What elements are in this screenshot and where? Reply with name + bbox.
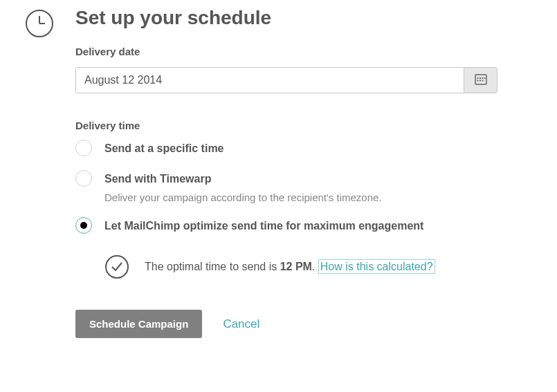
svg-point-11 bbox=[106, 256, 128, 278]
radio-icon bbox=[75, 140, 92, 156]
clock-icon bbox=[24, 8, 55, 39]
radio-icon bbox=[75, 170, 92, 187]
svg-rect-3 bbox=[475, 75, 486, 84]
radio-description: Deliver your campaign according to the r… bbox=[104, 192, 382, 203]
how-calculated-link[interactable]: How is this calculated? bbox=[318, 259, 435, 274]
radio-label: Send at a specific time bbox=[104, 141, 224, 156]
check-icon bbox=[104, 254, 129, 279]
calendar-icon bbox=[475, 73, 487, 88]
radio-label: Send with Timewarp bbox=[104, 171, 382, 187]
svg-rect-5 bbox=[480, 77, 481, 79]
calendar-button[interactable] bbox=[464, 68, 497, 93]
svg-rect-10 bbox=[484, 77, 486, 79]
svg-rect-7 bbox=[477, 80, 478, 81]
delivery-date-field[interactable] bbox=[75, 67, 497, 93]
optimal-time-text: The optimal time to send is 12 PM. How i… bbox=[145, 261, 435, 273]
radio-option-specific-time[interactable]: Send at a specific time bbox=[75, 141, 522, 156]
radio-option-timewarp[interactable]: Send with Timewarp Deliver your campaign… bbox=[75, 171, 522, 203]
delivery-date-label: Delivery date bbox=[75, 46, 522, 57]
radio-label: Let MailChimp optimize send time for max… bbox=[104, 218, 423, 234]
radio-option-optimize[interactable]: Let MailChimp optimize send time for max… bbox=[75, 218, 522, 234]
radio-icon bbox=[75, 217, 92, 234]
delivery-time-label: Delivery time bbox=[75, 120, 522, 131]
cancel-link[interactable]: Cancel bbox=[223, 317, 259, 331]
svg-rect-8 bbox=[480, 80, 481, 81]
optimal-time-info: The optimal time to send is 12 PM. How i… bbox=[104, 254, 522, 279]
page-title: Set up your schedule bbox=[75, 7, 522, 29]
svg-rect-6 bbox=[482, 77, 483, 79]
delivery-date-input[interactable] bbox=[76, 68, 464, 93]
svg-rect-9 bbox=[482, 80, 483, 81]
svg-rect-4 bbox=[477, 77, 478, 79]
schedule-campaign-button[interactable]: Schedule Campaign bbox=[75, 310, 202, 338]
